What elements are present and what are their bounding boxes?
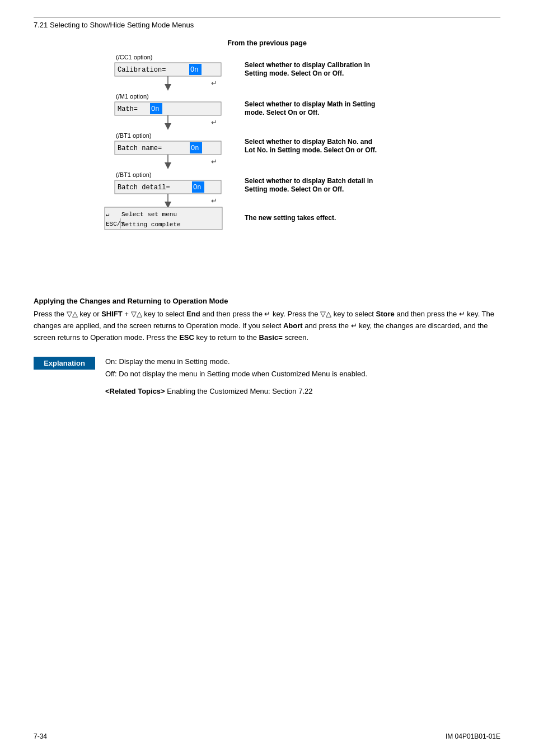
page-container: 7.21 Selecting to Show/Hide Setting Mode… (0, 0, 534, 756)
svg-text:↵: ↵ (211, 197, 217, 205)
svg-text:Select whether to display Cali: Select whether to display Calibration in (245, 61, 370, 69)
svg-text:On: On (193, 184, 201, 192)
svg-text:↵: ↵ (211, 157, 217, 166)
explanation-label: Explanation (34, 357, 95, 370)
svg-text:(/CC1 option): (/CC1 option) (116, 54, 152, 60)
section-title: 7.21 Selecting to Show/Hide Setting Mode… (34, 21, 194, 29)
svg-text:Select whether to display Math: Select whether to display Math in Settin… (245, 100, 375, 108)
svg-text:Math=: Math= (118, 105, 138, 113)
applying-title: Applying the Changes and Returning to Op… (34, 297, 500, 305)
svg-text:↵: ↵ (106, 211, 110, 218)
from-prev-label: From the previous page (227, 39, 307, 47)
related-topics-text: Enabling the Customized Menu: Section 7.… (165, 387, 313, 395)
svg-text:On: On (191, 144, 199, 152)
applying-text: Press the ▽△ key or SHIFT + ▽△ key to se… (34, 309, 500, 343)
svg-text:Select whether to display Batc: Select whether to display Batch detail i… (245, 177, 373, 185)
diagram-svg: (/CC1 option) Calibration= On Select whe… (99, 49, 435, 284)
svg-text:Calibration=: Calibration= (118, 66, 166, 74)
page-footer: 7-34 IM 04P01B01-01E (34, 732, 500, 740)
svg-text:(/BT1 option): (/BT1 option) (116, 132, 152, 139)
svg-text:Setting mode. Select On or Off: Setting mode. Select On or Off. (245, 185, 344, 193)
related-topics: <Related Topics> Enabling the Customized… (105, 385, 500, 398)
svg-text:Setting mode. Select On or Off: Setting mode. Select On or Off. (245, 69, 344, 77)
related-topics-label: <Related Topics> (105, 387, 165, 395)
svg-text:On: On (151, 105, 159, 113)
applying-section: Applying the Changes and Returning to Op… (34, 297, 500, 343)
svg-text:Batch name=: Batch name= (118, 144, 162, 152)
svg-text:↵: ↵ (211, 79, 217, 87)
svg-text:↵: ↵ (211, 118, 217, 127)
svg-text:Lot No. in Setting mode. Selec: Lot No. in Setting mode. Select On or Of… (245, 146, 377, 154)
svg-text:Select set menu: Select set menu (121, 211, 177, 218)
svg-text:(/M1 option): (/M1 option) (116, 93, 149, 100)
page-number: 7-34 (34, 732, 47, 740)
section-header: 7.21 Selecting to Show/Hide Setting Mode… (34, 17, 500, 29)
diagram-area: From the previous page (/CC1 option) Cal… (34, 39, 500, 284)
svg-text:Select whether to display Batc: Select whether to display Batch No. and (245, 138, 372, 146)
svg-text:(/BT1 option): (/BT1 option) (116, 171, 152, 178)
svg-text:On: On (190, 66, 198, 74)
explanation-line1: On: Display the menu in Setting mode. (105, 356, 500, 368)
explanation-box: Explanation On: Display the menu in Sett… (34, 356, 500, 397)
svg-text:mode. Select On or Off.: mode. Select On or Off. (245, 109, 319, 116)
svg-text:The new setting takes effect.: The new setting takes effect. (245, 214, 336, 222)
svg-text:Batch detail=: Batch detail= (118, 184, 170, 192)
doc-id: IM 04P01B01-01E (446, 732, 500, 740)
svg-text:Setting complete: Setting complete (121, 221, 181, 228)
explanation-line2: Off: Do not display the menu in Setting … (105, 368, 500, 380)
explanation-content: On: Display the menu in Setting mode. Of… (105, 356, 500, 397)
